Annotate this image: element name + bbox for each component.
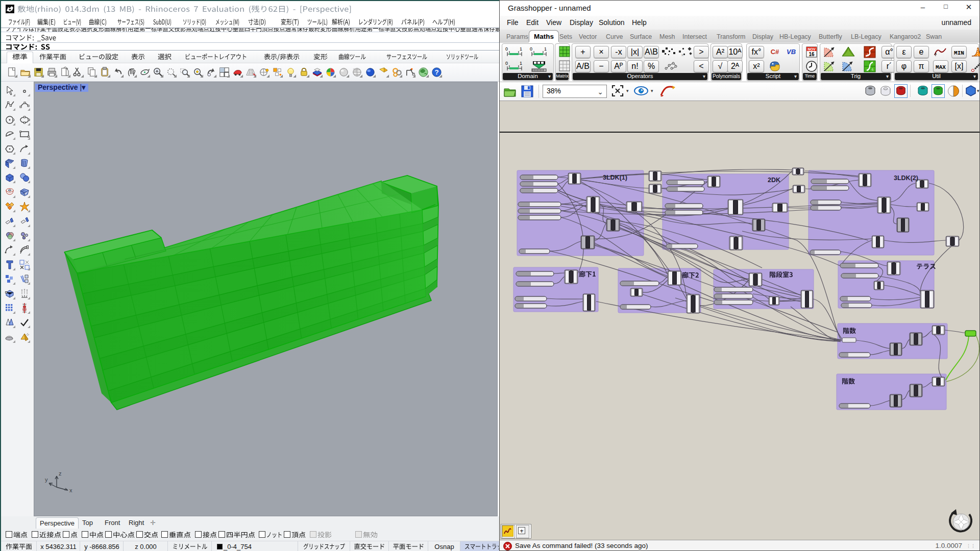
- svg-text:y: y: [45, 477, 48, 483]
- svg-text:NOV: NOV: [807, 47, 816, 51]
- svg-text:1: 1: [520, 61, 522, 66]
- svg-text:-1: -1: [871, 68, 874, 71]
- svg-text:?: ?: [434, 68, 438, 76]
- svg-text:0: 0: [505, 61, 508, 66]
- svg-text:3LDK(2): 3LDK(2): [894, 174, 918, 182]
- svg-text:x: x: [69, 487, 72, 493]
- svg-text:z: z: [59, 470, 62, 477]
- svg-text:3LDK(1): 3LDK(1): [603, 174, 627, 181]
- svg-text:1: 1: [520, 46, 522, 52]
- svg-text:-1: -1: [866, 53, 869, 56]
- svg-text:0: 0: [530, 46, 532, 52]
- svg-text:1: 1: [544, 46, 547, 52]
- svg-text:2DK: 2DK: [768, 177, 780, 184]
- svg-text:0: 0: [505, 46, 508, 52]
- svg-text:x: x: [681, 53, 683, 57]
- svg-text:16: 16: [808, 52, 815, 57]
